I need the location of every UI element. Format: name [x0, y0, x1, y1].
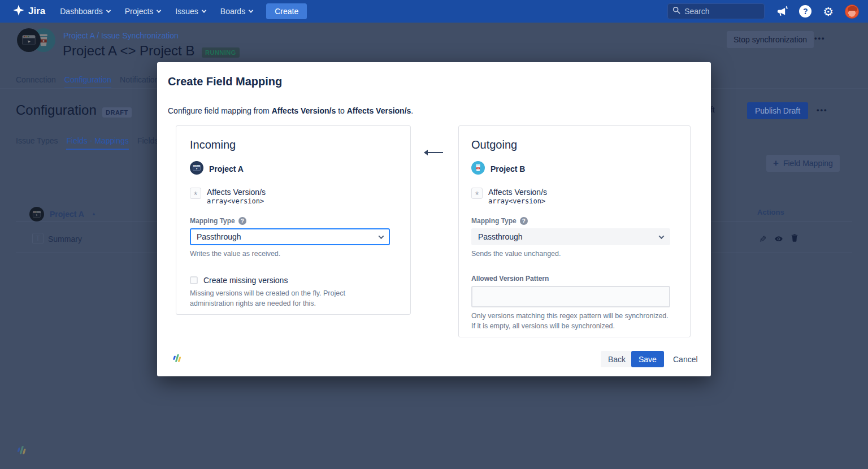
- publish-draft-button[interactable]: Publish Draft: [747, 102, 808, 119]
- search-box[interactable]: [667, 3, 765, 19]
- status-badge: RUNNING: [202, 47, 240, 58]
- exalate-logo-icon: [14, 443, 31, 462]
- table-header-actions: Actions: [757, 208, 784, 216]
- chevron-down-icon: [379, 233, 384, 239]
- view-eye-icon[interactable]: [774, 235, 783, 245]
- subtab-issue-types[interactable]: Issue Types: [16, 136, 58, 150]
- outgoing-project-row: Project B: [471, 161, 678, 177]
- chevron-down-icon: [249, 8, 253, 12]
- project-a-avatar: [17, 28, 41, 52]
- add-field-mapping-button[interactable]: + Field Mapping: [766, 155, 840, 172]
- header-more-icon[interactable]: •••: [814, 34, 826, 42]
- mapping-type-help-icon[interactable]: ?: [238, 217, 246, 225]
- top-navbar: Jira Dashboards Projects Issues Boards C…: [0, 0, 868, 23]
- subtitle-from-field: Affects Version/s: [272, 106, 336, 115]
- exalate-logo-icon: [170, 351, 185, 370]
- connection-tabs: Connection Configuration Notifications: [16, 75, 163, 89]
- subtab-fields-mappings[interactable]: Fields - Mappings: [66, 136, 129, 150]
- sort-caret-icon[interactable]: ▲: [92, 211, 96, 216]
- outgoing-mapping-type-value: Passthrough: [478, 232, 523, 241]
- nav-menu: Dashboards Projects Issues Boards: [60, 7, 253, 16]
- announcements-megaphone-icon[interactable]: [776, 6, 788, 18]
- incoming-mapping-type-label-row: Mapping Type ?: [190, 217, 397, 225]
- draft-badge: DRAFT: [102, 107, 132, 118]
- help-icon[interactable]: ?: [799, 5, 811, 18]
- tab-notifications[interactable]: Notifications: [120, 75, 163, 89]
- project-a-avatar: [190, 161, 203, 177]
- add-field-mapping-label: Field Mapping: [783, 159, 833, 168]
- outgoing-card: Outgoing Project B * Affects Version/s a…: [458, 125, 691, 337]
- subtitle-prefix: Configure field mapping from: [168, 106, 272, 115]
- app-root: Jira Dashboards Projects Issues Boards C…: [0, 0, 868, 469]
- configuration-more-icon[interactable]: •••: [817, 106, 828, 114]
- delete-trash-icon[interactable]: [791, 234, 798, 245]
- subtab-fields[interactable]: Fields: [137, 136, 158, 150]
- create-button[interactable]: Create: [266, 3, 307, 19]
- outgoing-heading: Outgoing: [471, 138, 678, 151]
- nav-item-label: Issues: [175, 7, 198, 16]
- tab-connection[interactable]: Connection: [16, 75, 56, 89]
- mapping-type-label: Mapping Type: [190, 217, 235, 225]
- modal-subtitle: Configure field mapping from Affects Ver…: [168, 106, 413, 115]
- nav-item-boards[interactable]: Boards: [220, 7, 253, 16]
- nav-item-label: Boards: [220, 7, 245, 16]
- cancel-button[interactable]: Cancel: [667, 351, 704, 367]
- incoming-field-name: Affects Version/s: [207, 188, 266, 197]
- create-missing-versions-helper: Missing versions will be created on the …: [190, 288, 365, 309]
- outgoing-mapping-type-helper: Sends the value unchanged.: [471, 249, 678, 259]
- incoming-field-type: array<version>: [207, 197, 266, 205]
- incoming-card: Incoming Project A * Affects Version/s a…: [176, 125, 411, 315]
- jira-logo-icon: [12, 4, 25, 19]
- outgoing-mapping-type-label-row: Mapping Type ?: [471, 217, 678, 225]
- chevron-down-icon: [106, 8, 111, 12]
- table-header-project-a[interactable]: Project A: [50, 210, 84, 219]
- incoming-mapping-type-select[interactable]: Passthrough: [190, 228, 390, 245]
- allowed-version-pattern-helper: Only versions matching this regex patter…: [471, 311, 669, 331]
- settings-gear-icon[interactable]: ⚙: [823, 6, 834, 18]
- outgoing-field-row: * Affects Version/s array<version>: [471, 188, 678, 205]
- incoming-field-row: * Affects Version/s array<version>: [190, 188, 397, 205]
- nav-item-dashboards[interactable]: Dashboards: [60, 7, 110, 16]
- plus-icon: +: [773, 158, 779, 169]
- incoming-mapping-type-value: Passthrough: [197, 232, 241, 241]
- breadcrumb[interactable]: Project A / Issue Synchronization: [63, 31, 179, 40]
- tab-configuration[interactable]: Configuration: [64, 75, 111, 89]
- page-title: Project A <> Project B: [63, 43, 194, 59]
- chevron-down-icon: [157, 8, 161, 12]
- outgoing-field-name: Affects Version/s: [488, 188, 547, 197]
- subtitle-middle: to: [336, 106, 346, 115]
- project-b-avatar: [471, 161, 485, 177]
- search-input[interactable]: [684, 7, 760, 16]
- version-field-icon: *: [471, 188, 483, 199]
- configuration-heading: Configuration: [16, 102, 97, 118]
- outgoing-field-type: array<version>: [488, 197, 547, 205]
- edit-pencil-icon[interactable]: ✎: [759, 234, 766, 245]
- nav-item-label: Projects: [125, 7, 154, 16]
- create-field-mapping-modal: Create Field Mapping Configure field map…: [157, 62, 711, 376]
- chevron-down-icon: [659, 233, 665, 239]
- create-missing-versions-option[interactable]: Create missing versions: [190, 276, 397, 285]
- mapping-type-label: Mapping Type: [471, 217, 517, 225]
- text-field-type-icon: T: [32, 233, 44, 244]
- user-avatar[interactable]: [845, 5, 859, 19]
- version-field-icon: *: [190, 188, 201, 199]
- nav-right-cluster: ? ⚙: [667, 3, 859, 19]
- allowed-version-pattern-input[interactable]: [471, 286, 670, 307]
- create-missing-versions-checkbox[interactable]: [190, 276, 198, 284]
- nav-item-projects[interactable]: Projects: [125, 7, 161, 16]
- jira-home-link[interactable]: Jira: [12, 4, 45, 19]
- stop-synchronization-button[interactable]: Stop synchronization: [727, 31, 814, 48]
- outgoing-mapping-type-select[interactable]: Passthrough: [471, 228, 670, 245]
- subtitle-suffix: .: [411, 106, 413, 115]
- incoming-heading: Incoming: [190, 138, 397, 151]
- allowed-version-pattern-label: Allowed Version Pattern: [471, 275, 678, 283]
- configuration-subtabs: Issue Types Fields - Mappings Fields: [16, 136, 158, 150]
- modal-title: Create Field Mapping: [168, 75, 282, 88]
- table-row-field-name: Summary: [48, 234, 82, 244]
- nav-item-issues[interactable]: Issues: [175, 7, 205, 16]
- save-button[interactable]: Save: [631, 351, 664, 367]
- back-button[interactable]: Back: [601, 351, 633, 367]
- chevron-down-icon: [202, 8, 206, 12]
- search-icon: [672, 6, 680, 16]
- mapping-type-help-icon[interactable]: ?: [520, 217, 528, 225]
